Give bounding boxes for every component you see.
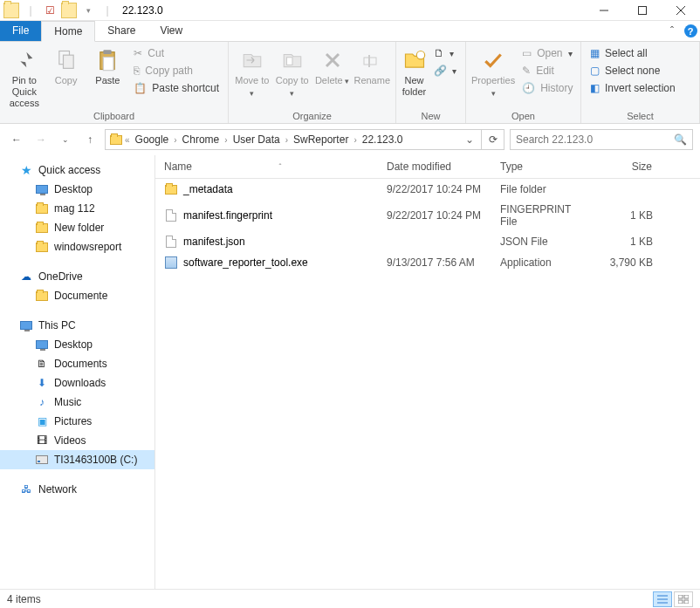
chevron-right-icon[interactable]: « — [125, 135, 130, 145]
nav-item-drive-c[interactable]: TI31463100B (C:) — [0, 450, 154, 469]
nav-item-pictures[interactable]: ▣Pictures — [0, 412, 154, 431]
close-button[interactable] — [662, 0, 700, 21]
status-bar: 4 items — [0, 589, 700, 608]
checkmark-icon — [471, 45, 515, 75]
edit-button[interactable]: ✎Edit — [518, 63, 576, 79]
documents-icon: 🗎 — [35, 357, 49, 371]
address-dropdown-icon[interactable]: ⌄ — [462, 133, 477, 146]
titlebar: | ☑ ▾ | 22.123.0 — [0, 0, 700, 21]
folder-icon — [35, 240, 49, 254]
move-to-button[interactable]: Move to — [234, 45, 271, 99]
address-bar[interactable]: « Google › Chrome › User Data › SwReport… — [105, 129, 482, 150]
history-button[interactable]: 🕘History — [518, 80, 576, 96]
invert-selection-button[interactable]: ◧Invert selection — [587, 80, 679, 96]
chevron-right-icon[interactable]: › — [353, 135, 356, 145]
qat-properties-icon[interactable]: ☑ — [42, 3, 58, 18]
open-button[interactable]: ▭Open ▾ — [518, 45, 576, 61]
nav-this-pc[interactable]: This PC — [0, 316, 154, 335]
nav-item-documente[interactable]: Documente — [0, 286, 154, 305]
easy-access-button[interactable]: 🔗▾ — [430, 63, 460, 79]
select-all-button[interactable]: ▦Select all — [587, 45, 679, 61]
file-row[interactable]: manifest.json JSON File 1 KB — [155, 231, 700, 252]
address-bar-row: ← → ⌄ ↑ « Google › Chrome › User Data › … — [0, 124, 700, 155]
select-none-button[interactable]: ▢Select none — [587, 63, 679, 79]
svg-rect-8 — [104, 58, 114, 71]
videos-icon: 🎞 — [35, 434, 49, 447]
delete-button[interactable]: Delete — [314, 45, 351, 87]
new-item-icon: 🗋 — [434, 47, 444, 59]
tab-view[interactable]: View — [148, 21, 195, 41]
folder-icon — [164, 182, 178, 196]
scissors-icon: ✂ — [134, 47, 142, 59]
details-view-button[interactable] — [653, 591, 672, 607]
refresh-button[interactable]: ⟳ — [482, 129, 504, 150]
copy-button[interactable]: Copy — [47, 45, 86, 86]
breadcrumb-item[interactable]: 22.123.0 — [359, 133, 407, 146]
ribbon-collapse-icon[interactable]: ˆ — [663, 21, 681, 41]
copy-path-button[interactable]: ⎘Copy path — [130, 63, 223, 79]
nav-item-documents[interactable]: 🗎Documents — [0, 354, 154, 373]
up-button[interactable]: ↑ — [80, 130, 100, 149]
tab-file[interactable]: File — [0, 21, 41, 41]
copy-to-button[interactable]: Copy to — [274, 45, 311, 99]
file-row[interactable]: manifest.fingerprint 9/22/2017 10:24 PM … — [155, 200, 700, 231]
tab-home[interactable]: Home — [41, 21, 95, 42]
column-header-name[interactable]: Nameˆ — [155, 155, 378, 178]
new-folder-button[interactable]: New folder — [401, 45, 427, 98]
nav-network[interactable]: 🖧Network — [0, 480, 154, 499]
search-icon[interactable]: 🔍 — [673, 133, 687, 146]
recent-locations-button[interactable]: ⌄ — [56, 130, 75, 149]
paste-shortcut-button[interactable]: 📋Paste shortcut — [130, 80, 223, 96]
folder-icon — [35, 221, 49, 235]
pin-icon — [5, 45, 44, 75]
nav-item-mag112[interactable]: mag 112 — [0, 199, 154, 218]
pin-to-quick-access-button[interactable]: Pin to Quick access — [5, 45, 44, 109]
new-item-button[interactable]: 🗋▾ — [430, 45, 460, 61]
help-button[interactable]: ? — [681, 21, 700, 41]
qat-dropdown-icon[interactable]: ▾ — [80, 3, 96, 18]
forward-button[interactable]: → — [31, 130, 51, 149]
nav-item-videos[interactable]: 🎞Videos — [0, 431, 154, 450]
cut-button[interactable]: ✂Cut — [130, 45, 223, 61]
nav-onedrive[interactable]: ☁OneDrive — [0, 267, 154, 286]
search-box[interactable]: Search 22.123.0 🔍 — [510, 129, 693, 150]
tab-share[interactable]: Share — [95, 21, 148, 41]
drive-icon — [35, 453, 49, 467]
nav-item-windowsreport[interactable]: windowsreport — [0, 237, 154, 256]
ribbon-group-open: Properties ▭Open ▾ ✎Edit 🕘History Open — [466, 42, 581, 123]
nav-item-new-folder[interactable]: New folder — [0, 218, 154, 237]
nav-item-music[interactable]: ♪Music — [0, 393, 154, 412]
sort-asc-icon: ˆ — [279, 162, 282, 171]
nav-item-desktop[interactable]: Desktop — [0, 180, 154, 199]
paste-button[interactable]: Paste — [89, 45, 127, 86]
nav-item-pc-desktop[interactable]: Desktop — [0, 335, 154, 354]
minimize-button[interactable] — [585, 0, 623, 21]
rename-button[interactable]: Rename — [353, 45, 390, 86]
pictures-icon: ▣ — [35, 414, 49, 428]
back-button[interactable]: ← — [7, 130, 26, 149]
file-row[interactable]: _metadata 9/22/2017 10:24 PM File folder — [155, 179, 700, 200]
quick-access-toolbar: | ☑ ▾ | — [0, 3, 115, 18]
ribbon-group-select: ▦Select all ▢Select none ◧Invert selecti… — [581, 42, 700, 123]
properties-button[interactable]: Properties — [471, 45, 515, 99]
chevron-right-icon[interactable]: › — [174, 135, 176, 145]
history-icon: 🕘 — [522, 82, 535, 94]
rename-icon — [353, 45, 390, 75]
column-header-date[interactable]: Date modified — [378, 155, 491, 178]
chevron-right-icon[interactable]: › — [224, 135, 227, 145]
column-header-type[interactable]: Type — [491, 155, 592, 178]
nav-item-downloads[interactable]: ⬇Downloads — [0, 373, 154, 393]
svg-rect-19 — [684, 595, 689, 598]
column-header-size[interactable]: Size — [592, 155, 662, 178]
breadcrumb-item[interactable]: User Data — [230, 133, 284, 146]
breadcrumb-item[interactable]: Chrome — [179, 133, 223, 146]
file-row[interactable]: software_reporter_tool.exe 9/13/2017 7:5… — [155, 252, 700, 273]
breadcrumb-item[interactable]: Google — [132, 133, 173, 146]
select-all-icon: ▦ — [590, 47, 600, 59]
nav-quick-access[interactable]: ★Quick access — [0, 161, 154, 180]
svg-rect-18 — [678, 595, 683, 598]
thumbnails-view-button[interactable] — [674, 591, 693, 607]
chevron-right-icon[interactable]: › — [285, 135, 288, 145]
maximize-button[interactable] — [623, 0, 662, 21]
breadcrumb-item[interactable]: SwReporter — [290, 133, 352, 146]
